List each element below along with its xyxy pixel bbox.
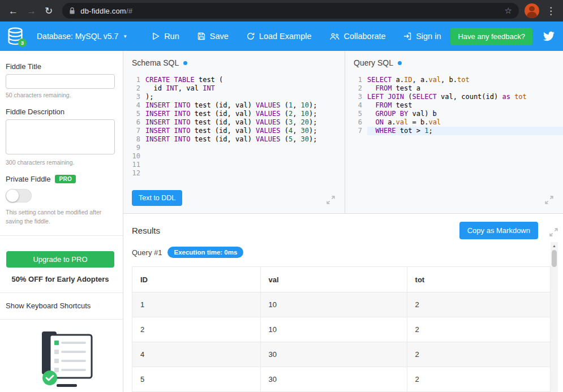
expand-results-icon[interactable] bbox=[549, 227, 558, 237]
title-remaining-hint: 50 characters remaining. bbox=[6, 92, 115, 98]
run-button[interactable]: Run bbox=[152, 32, 179, 41]
url-domain: db-fiddle.com bbox=[80, 7, 126, 15]
table-row: 4302 bbox=[132, 342, 550, 367]
private-fiddle-toggle[interactable] bbox=[6, 189, 32, 203]
private-fiddle-note: This setting cannot be modified after sa… bbox=[6, 208, 111, 226]
refresh-button[interactable]: ↻ bbox=[45, 6, 53, 16]
scroll-up-icon[interactable]: ▲ bbox=[551, 242, 558, 249]
run-label: Run bbox=[164, 32, 179, 41]
text-to-ddl-button[interactable]: Text to DDL bbox=[132, 190, 182, 206]
schema-title-text: Schema SQL bbox=[132, 58, 179, 67]
upgrade-pro-button[interactable]: Upgrade to PRO bbox=[6, 251, 114, 268]
promo-text: 50% OFF for Early Adopters bbox=[6, 275, 115, 283]
table-row: 2102 bbox=[132, 317, 550, 342]
toggle-knob bbox=[6, 189, 19, 202]
query-panel-title: Query SQL bbox=[354, 58, 563, 67]
main-content: Schema SQL 1CREATE TABLE test (2 id INT,… bbox=[123, 51, 563, 392]
reload-icon bbox=[247, 32, 255, 40]
table-cell: 2 bbox=[132, 317, 261, 342]
results-table-body: 1102210243025302 bbox=[132, 292, 550, 392]
database-label: Database: MySQL v5.7 bbox=[37, 32, 118, 41]
results-title: Results bbox=[132, 226, 160, 235]
page-body: Fiddle Title 50 characters remaining. Fi… bbox=[0, 51, 563, 392]
keyboard-shortcuts-link[interactable]: Show Keyboard Shortcuts bbox=[6, 301, 115, 310]
editors-row: Schema SQL 1CREATE TABLE test (2 id INT,… bbox=[123, 51, 563, 213]
table-cell: 30 bbox=[261, 342, 407, 367]
unsaved-dot-icon bbox=[398, 61, 402, 65]
unsaved-dot-icon bbox=[183, 61, 187, 65]
lock-icon bbox=[69, 7, 75, 15]
table-cell: 2 bbox=[407, 317, 550, 342]
address-bar[interactable]: db-fiddle.com/# ☆ bbox=[62, 3, 519, 19]
scrollbar-thumb[interactable] bbox=[552, 250, 557, 267]
ad-illustration bbox=[25, 328, 96, 391]
column-header: tot bbox=[407, 267, 550, 292]
url-text: db-fiddle.com/# bbox=[80, 7, 132, 15]
table-row: 1102 bbox=[132, 292, 550, 317]
column-header: val bbox=[261, 267, 407, 292]
query-number-label: Query #1 bbox=[132, 248, 162, 257]
save-button[interactable]: Save bbox=[197, 32, 229, 41]
back-button[interactable]: ← bbox=[8, 6, 18, 16]
results-header: Results Copy as Markdown bbox=[132, 222, 551, 239]
results-section: Results Copy as Markdown Query #1 Execut… bbox=[123, 213, 563, 392]
table-cell: 10 bbox=[261, 292, 407, 317]
results-table-head: IDvaltot bbox=[132, 267, 550, 292]
header-actions: Run Save Load Example Collaborate bbox=[152, 32, 386, 41]
private-fiddle-row: Private Fiddle PRO bbox=[6, 175, 115, 183]
description-remaining-hint: 300 characters remaining. bbox=[6, 159, 115, 166]
fiddle-title-input[interactable] bbox=[6, 74, 115, 89]
divider bbox=[0, 235, 123, 236]
app-header: 3 Database: MySQL v5.7 ▼ Run Save Load E… bbox=[0, 21, 563, 51]
pro-badge: PRO bbox=[55, 175, 76, 183]
profile-avatar[interactable] bbox=[525, 3, 539, 18]
header-right: Sign in Have any feedback? bbox=[403, 28, 556, 45]
results-scrollbar[interactable]: ▲ bbox=[551, 242, 558, 392]
browser-toolbar: ← → ↻ db-fiddle.com/# ☆ ⋮ bbox=[0, 0, 563, 21]
collaborate-button[interactable]: Collaborate bbox=[330, 32, 386, 41]
table-row: 5302 bbox=[132, 367, 550, 392]
twitter-icon[interactable] bbox=[542, 31, 556, 42]
schema-panel: Schema SQL 1CREATE TABLE test (2 id INT,… bbox=[123, 51, 345, 213]
copy-markdown-button[interactable]: Copy as Markdown bbox=[459, 222, 538, 239]
play-icon bbox=[152, 32, 160, 40]
divider bbox=[0, 319, 123, 320]
load-example-label: Load Example bbox=[259, 32, 312, 41]
browser-menu-button[interactable]: ⋮ bbox=[546, 5, 556, 17]
query-meta: Query #1 Execution time: 0ms bbox=[132, 247, 551, 258]
bookmark-star-icon[interactable]: ☆ bbox=[505, 6, 512, 16]
table-cell: 30 bbox=[261, 367, 407, 392]
table-cell: 10 bbox=[261, 317, 407, 342]
schema-editor[interactable]: 1CREATE TABLE test (2 id INT, val INT3);… bbox=[132, 76, 345, 178]
expand-schema-icon[interactable] bbox=[326, 195, 336, 205]
table-cell: 2 bbox=[407, 342, 550, 367]
private-fiddle-label: Private Fiddle bbox=[6, 175, 50, 183]
load-example-button[interactable]: Load Example bbox=[247, 32, 312, 41]
floppy-icon bbox=[197, 32, 205, 40]
expand-query-icon[interactable] bbox=[544, 195, 554, 205]
db-fiddle-app: ← → ↻ db-fiddle.com/# ☆ ⋮ 3 Database: My… bbox=[0, 0, 563, 392]
query-title-text: Query SQL bbox=[354, 58, 393, 67]
status-badge: 3 bbox=[18, 38, 27, 47]
fiddle-description-label: Fiddle Description bbox=[6, 107, 115, 116]
db-fiddle-logo[interactable]: 3 bbox=[7, 27, 23, 45]
sponsor-ad[interactable]: Join thousands of developers who have mi… bbox=[6, 328, 115, 392]
sign-in-icon bbox=[403, 32, 411, 40]
query-editor[interactable]: 1SELECT a.ID, a.val, b.tot2 FROM test a3… bbox=[354, 76, 563, 135]
table-cell: 2 bbox=[407, 292, 550, 317]
fiddle-description-input[interactable] bbox=[6, 119, 115, 154]
save-label: Save bbox=[210, 32, 229, 41]
database-selector[interactable]: Database: MySQL v5.7 ▼ bbox=[37, 32, 127, 41]
fiddle-title-label: Fiddle Title bbox=[6, 62, 115, 71]
table-cell: 4 bbox=[132, 342, 261, 367]
table-cell: 5 bbox=[132, 367, 261, 392]
sign-in-button[interactable]: Sign in bbox=[403, 32, 441, 41]
forward-button[interactable]: → bbox=[27, 6, 36, 16]
feedback-button[interactable]: Have any feedback? bbox=[450, 28, 532, 45]
collaborate-label: Collaborate bbox=[344, 32, 386, 41]
people-icon bbox=[330, 33, 339, 40]
column-header: ID bbox=[132, 267, 261, 292]
table-cell: 1 bbox=[132, 292, 261, 317]
sidebar: Fiddle Title 50 characters remaining. Fi… bbox=[0, 51, 123, 392]
results-table: IDvaltot 1102210243025302 bbox=[132, 266, 551, 392]
